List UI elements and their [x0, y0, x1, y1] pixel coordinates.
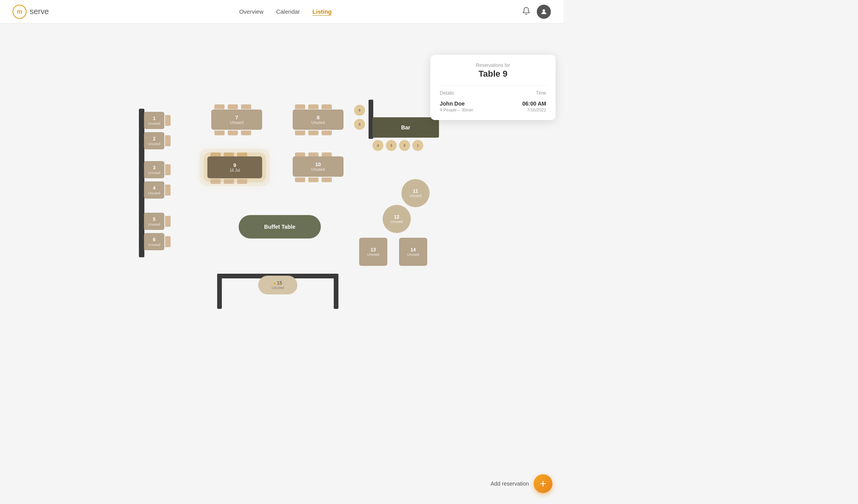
reservation-time: 06:00 AM [522, 100, 546, 107]
table-12[interactable]: 12 Unused [383, 205, 411, 233]
seats-table7-bottom [214, 131, 251, 135]
wall-bottom-right [334, 274, 338, 309]
table-1[interactable]: 1 Unused [144, 112, 164, 129]
col-time: Time [536, 90, 546, 96]
table-4[interactable]: 4 Unused [144, 181, 164, 199]
seat-table1-right [165, 115, 171, 126]
seat-table2-right [165, 135, 171, 146]
table-7[interactable]: 7 Unused [211, 109, 262, 130]
seat-table4-right [165, 185, 171, 196]
nav-overview[interactable]: Overview [239, 8, 264, 15]
col-details: Details [440, 90, 454, 96]
table-10[interactable]: 10 Unused [293, 156, 344, 177]
avatar-circle [537, 5, 551, 19]
table-6[interactable]: 6 Unused [144, 233, 164, 250]
table-8[interactable]: 8 Unused [293, 109, 344, 130]
bar-stool-4: 4 [372, 140, 383, 151]
popup-subtitle: Reservations for [440, 63, 546, 68]
add-reservation-button[interactable]: + [534, 474, 552, 493]
reservation-header: Details Time [440, 90, 546, 96]
bar-stool-5: 5 [354, 119, 365, 130]
table-5[interactable]: 5 Unused [144, 213, 164, 230]
svg-point-0 [543, 9, 545, 12]
table-14[interactable]: 14 Unused [399, 238, 427, 266]
seats-table7-top [214, 104, 251, 109]
add-reservation-area: Add reservation + [491, 474, 552, 493]
seats-table8-bottom [295, 131, 332, 135]
seats-table10-bottom [295, 178, 332, 182]
table-9[interactable]: 9 16 Jul [207, 156, 262, 178]
reservation-row[interactable]: John Doe 4 People – 30min 06:00 AM 7/16/… [440, 100, 546, 112]
wall-bottom-left [217, 274, 222, 309]
reservation-popup: Reservations for Table 9 Details Time Jo… [430, 55, 556, 120]
bar-stool-6: 6 [354, 105, 365, 116]
wall-left [139, 109, 144, 257]
bar-table[interactable]: Bar [372, 117, 439, 138]
logo[interactable]: m serve [13, 5, 49, 19]
reservation-details: John Doe 4 People – 30min [440, 100, 473, 112]
seats-table8-top [295, 104, 332, 109]
table-2[interactable]: 2 Unused [144, 132, 164, 149]
popup-table-title: Table 9 [440, 69, 546, 79]
nav: Overview Calendar Listing [239, 8, 332, 15]
bell-icon[interactable] [522, 7, 531, 17]
bar-stool-1: 1 [412, 140, 423, 151]
add-reservation-label: Add reservation [491, 481, 529, 487]
logo-text: serve [30, 7, 49, 16]
seat-table5-right [165, 216, 171, 227]
seat-table3-right [165, 164, 171, 175]
nav-calendar[interactable]: Calendar [276, 8, 300, 15]
table-13[interactable]: 13 Unused [359, 238, 387, 266]
popup-divider [440, 85, 546, 86]
seats-table9-bottom [210, 179, 247, 184]
reservation-date: 7/16/2022 [522, 108, 546, 112]
bar-stools-bottom: 4 3 2 1 [372, 140, 423, 151]
reservation-time-block: 06:00 AM 7/16/2022 [522, 100, 546, 112]
reservation-sub: 4 People – 30min [440, 108, 473, 112]
logo-icon: m [13, 5, 27, 19]
table-3[interactable]: 3 Unused [144, 161, 164, 178]
avatar-icon[interactable] [537, 5, 551, 19]
header: m serve Overview Calendar Listing [0, 0, 563, 23]
seat-table6-right [165, 236, 171, 247]
bar-stool-2: 2 [399, 140, 410, 151]
bar-stool-3: 3 [386, 140, 397, 151]
nav-icons [522, 5, 551, 19]
nav-listing[interactable]: Listing [313, 8, 332, 15]
buffet-table[interactable]: Buffet Table [239, 215, 321, 239]
table-11[interactable]: 11 Unused [401, 179, 430, 207]
main-content: 1 Unused 2 Unused 3 Unused 4 Unused 5 Un… [0, 23, 563, 504]
reservation-name: John Doe [440, 100, 473, 107]
table-15[interactable]: ● 15 Unused [258, 276, 297, 294]
